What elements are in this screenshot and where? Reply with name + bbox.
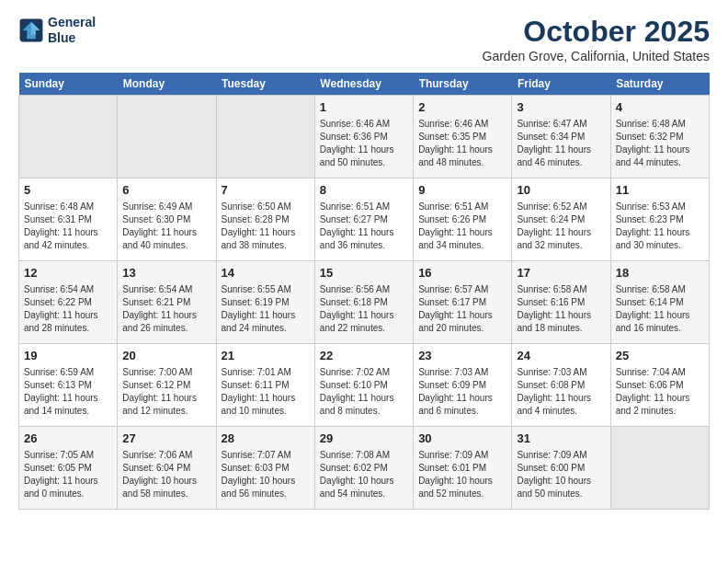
day-info: Sunrise: 7:06 AM Sunset: 6:04 PM Dayligh… xyxy=(122,449,210,500)
calendar-cell: 2Sunrise: 6:46 AM Sunset: 6:35 PM Daylig… xyxy=(414,96,512,178)
day-number: 30 xyxy=(418,431,506,447)
day-info: Sunrise: 7:05 AM Sunset: 6:05 PM Dayligh… xyxy=(24,449,112,500)
logo: General Blue xyxy=(18,15,96,46)
day-number: 27 xyxy=(122,431,210,447)
day-info: Sunrise: 7:09 AM Sunset: 6:00 PM Dayligh… xyxy=(517,449,605,500)
day-number: 3 xyxy=(517,99,605,116)
day-number: 7 xyxy=(222,182,310,199)
header-day: Thursday xyxy=(414,73,512,96)
day-number: 28 xyxy=(222,431,310,447)
calendar-cell: 6Sunrise: 6:49 AM Sunset: 6:30 PM Daylig… xyxy=(118,178,216,261)
calendar-cell: 16Sunrise: 6:57 AM Sunset: 6:17 PM Dayli… xyxy=(414,261,512,344)
day-info: Sunrise: 7:03 AM Sunset: 6:08 PM Dayligh… xyxy=(517,366,605,418)
day-number: 8 xyxy=(320,182,408,199)
header-day: Friday xyxy=(512,73,610,96)
calendar-cell: 10Sunrise: 6:52 AM Sunset: 6:24 PM Dayli… xyxy=(512,178,610,261)
calendar-cell xyxy=(216,96,314,178)
day-number: 17 xyxy=(517,265,605,282)
calendar-cell xyxy=(610,427,709,510)
day-info: Sunrise: 6:48 AM Sunset: 6:31 PM Dayligh… xyxy=(24,201,112,252)
calendar-cell: 12Sunrise: 6:54 AM Sunset: 6:22 PM Dayli… xyxy=(19,261,118,344)
day-info: Sunrise: 7:04 AM Sunset: 6:06 PM Dayligh… xyxy=(616,366,704,418)
calendar-cell: 23Sunrise: 7:03 AM Sunset: 6:09 PM Dayli… xyxy=(414,344,512,427)
calendar-cell: 30Sunrise: 7:09 AM Sunset: 6:01 PM Dayli… xyxy=(414,427,512,510)
day-info: Sunrise: 7:09 AM Sunset: 6:01 PM Dayligh… xyxy=(418,449,506,500)
day-info: Sunrise: 6:59 AM Sunset: 6:13 PM Dayligh… xyxy=(24,366,112,418)
calendar-week: 12Sunrise: 6:54 AM Sunset: 6:22 PM Dayli… xyxy=(19,261,710,344)
day-info: Sunrise: 6:46 AM Sunset: 6:36 PM Dayligh… xyxy=(320,118,408,169)
day-number: 20 xyxy=(122,348,210,364)
calendar-week: 26Sunrise: 7:05 AM Sunset: 6:05 PM Dayli… xyxy=(19,427,710,510)
day-number: 14 xyxy=(222,265,310,282)
calendar-cell: 1Sunrise: 6:46 AM Sunset: 6:36 PM Daylig… xyxy=(314,96,413,178)
day-number: 5 xyxy=(24,182,112,199)
day-number: 12 xyxy=(24,265,112,282)
day-info: Sunrise: 6:48 AM Sunset: 6:32 PM Dayligh… xyxy=(616,118,704,169)
day-info: Sunrise: 7:03 AM Sunset: 6:09 PM Dayligh… xyxy=(418,366,506,418)
title-block: October 2025 Garden Grove, California, U… xyxy=(483,15,710,63)
day-number: 31 xyxy=(517,431,605,447)
logo-line2: Blue xyxy=(48,30,75,45)
logo-line1: General xyxy=(48,15,96,29)
calendar-cell: 21Sunrise: 7:01 AM Sunset: 6:11 PM Dayli… xyxy=(216,344,314,427)
calendar-cell: 20Sunrise: 7:00 AM Sunset: 6:12 PM Dayli… xyxy=(118,344,216,427)
calendar-week: 1Sunrise: 6:46 AM Sunset: 6:36 PM Daylig… xyxy=(19,96,710,178)
calendar-cell: 27Sunrise: 7:06 AM Sunset: 6:04 PM Dayli… xyxy=(118,427,216,510)
header-day: Tuesday xyxy=(216,73,314,96)
calendar-cell: 28Sunrise: 7:07 AM Sunset: 6:03 PM Dayli… xyxy=(216,427,314,510)
day-number: 15 xyxy=(320,265,408,282)
logo-text: General Blue xyxy=(48,15,96,46)
day-info: Sunrise: 6:51 AM Sunset: 6:26 PM Dayligh… xyxy=(418,201,506,252)
day-number: 24 xyxy=(517,348,605,364)
day-number: 18 xyxy=(616,265,704,282)
calendar-cell: 25Sunrise: 7:04 AM Sunset: 6:06 PM Dayli… xyxy=(610,344,709,427)
day-number: 4 xyxy=(616,99,704,116)
header-day: Monday xyxy=(118,73,216,96)
day-info: Sunrise: 7:01 AM Sunset: 6:11 PM Dayligh… xyxy=(222,366,310,418)
calendar-cell: 4Sunrise: 6:48 AM Sunset: 6:32 PM Daylig… xyxy=(610,96,709,178)
calendar-cell: 14Sunrise: 6:55 AM Sunset: 6:19 PM Dayli… xyxy=(216,261,314,344)
calendar-table: SundayMondayTuesdayWednesdayThursdayFrid… xyxy=(18,73,710,510)
calendar-cell: 3Sunrise: 6:47 AM Sunset: 6:34 PM Daylig… xyxy=(512,96,610,178)
day-number: 29 xyxy=(320,431,408,447)
calendar-cell: 13Sunrise: 6:54 AM Sunset: 6:21 PM Dayli… xyxy=(118,261,216,344)
day-info: Sunrise: 6:55 AM Sunset: 6:19 PM Dayligh… xyxy=(222,283,310,335)
calendar-cell: 18Sunrise: 6:58 AM Sunset: 6:14 PM Dayli… xyxy=(610,261,709,344)
calendar-cell: 5Sunrise: 6:48 AM Sunset: 6:31 PM Daylig… xyxy=(19,178,118,261)
day-info: Sunrise: 6:46 AM Sunset: 6:35 PM Dayligh… xyxy=(418,118,506,169)
day-info: Sunrise: 6:54 AM Sunset: 6:21 PM Dayligh… xyxy=(122,283,210,335)
day-info: Sunrise: 6:54 AM Sunset: 6:22 PM Dayligh… xyxy=(24,283,112,335)
day-number: 19 xyxy=(24,348,112,364)
page-header: General Blue October 2025 Garden Grove, … xyxy=(18,15,710,63)
calendar-cell: 24Sunrise: 7:03 AM Sunset: 6:08 PM Dayli… xyxy=(512,344,610,427)
calendar-cell: 29Sunrise: 7:08 AM Sunset: 6:02 PM Dayli… xyxy=(314,427,413,510)
day-number: 9 xyxy=(418,182,506,199)
day-info: Sunrise: 7:00 AM Sunset: 6:12 PM Dayligh… xyxy=(122,366,210,418)
logo-icon xyxy=(18,17,44,43)
calendar-cell: 22Sunrise: 7:02 AM Sunset: 6:10 PM Dayli… xyxy=(314,344,413,427)
calendar-cell: 15Sunrise: 6:56 AM Sunset: 6:18 PM Dayli… xyxy=(314,261,413,344)
day-info: Sunrise: 6:53 AM Sunset: 6:23 PM Dayligh… xyxy=(616,201,704,252)
day-info: Sunrise: 6:50 AM Sunset: 6:28 PM Dayligh… xyxy=(222,201,310,252)
day-info: Sunrise: 6:58 AM Sunset: 6:14 PM Dayligh… xyxy=(616,283,704,335)
day-number: 21 xyxy=(222,348,310,364)
calendar-cell xyxy=(118,96,216,178)
calendar-cell: 11Sunrise: 6:53 AM Sunset: 6:23 PM Dayli… xyxy=(610,178,709,261)
header-day: Wednesday xyxy=(314,73,413,96)
day-number: 6 xyxy=(122,182,210,199)
calendar-cell: 7Sunrise: 6:50 AM Sunset: 6:28 PM Daylig… xyxy=(216,178,314,261)
day-number: 23 xyxy=(418,348,506,364)
day-info: Sunrise: 6:56 AM Sunset: 6:18 PM Dayligh… xyxy=(320,283,408,335)
calendar-week: 5Sunrise: 6:48 AM Sunset: 6:31 PM Daylig… xyxy=(19,178,710,261)
day-number: 13 xyxy=(122,265,210,282)
day-number: 22 xyxy=(320,348,408,364)
day-number: 26 xyxy=(24,431,112,447)
calendar-cell: 26Sunrise: 7:05 AM Sunset: 6:05 PM Dayli… xyxy=(19,427,118,510)
header-day: Saturday xyxy=(610,73,709,96)
day-info: Sunrise: 6:51 AM Sunset: 6:27 PM Dayligh… xyxy=(320,201,408,252)
header-row: SundayMondayTuesdayWednesdayThursdayFrid… xyxy=(19,73,710,96)
main-title: October 2025 xyxy=(483,15,710,49)
subtitle: Garden Grove, California, United States xyxy=(483,49,710,63)
day-number: 10 xyxy=(517,182,605,199)
day-info: Sunrise: 6:57 AM Sunset: 6:17 PM Dayligh… xyxy=(418,283,506,335)
